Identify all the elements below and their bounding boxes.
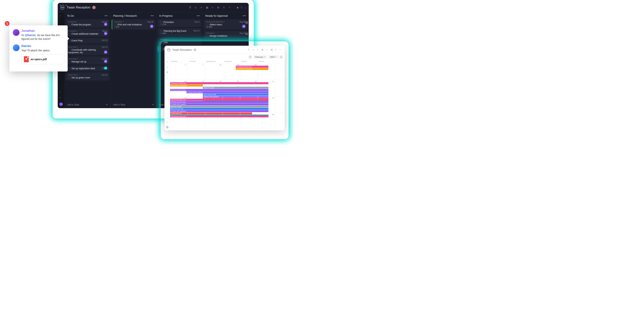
checkbox[interactable]: [160, 21, 162, 24]
calendar-event[interactable]: Set goals and objectives: [170, 85, 203, 87]
add-icon[interactable]: +: [228, 6, 231, 9]
assignee-avatar[interactable]: JJ: [150, 25, 154, 28]
task-card[interactable]: Set up registration deskOct 14SW: [66, 66, 109, 71]
attachment[interactable]: av-specs.pdf: [22, 54, 64, 64]
calendar-event[interactable]: Develop sponsorships: [170, 101, 268, 103]
eye-icon[interactable]: ◉: [237, 6, 238, 9]
column-menu-icon[interactable]: •••: [196, 14, 200, 18]
user-avatar[interactable]: [60, 103, 63, 106]
calendar-cell[interactable]: 30: [170, 63, 188, 80]
gantt-view-icon[interactable]: ≡: [257, 49, 260, 51]
task-card[interactable]: Event Prep >Set up green roomOct 14: [66, 72, 109, 81]
briefcase-icon[interactable]: ▱: [166, 76, 168, 78]
file-icon[interactable]: ⎘: [275, 49, 278, 51]
assignee-avatar[interactable]: JJ: [104, 23, 107, 26]
column-menu-icon[interactable]: •••: [104, 14, 108, 18]
mention[interactable]: @Darren: [24, 34, 36, 37]
checkbox[interactable]: [68, 61, 70, 63]
calendar-event[interactable]: Planning the Big Event: [170, 115, 268, 117]
app-logo[interactable]: PM: [167, 48, 170, 52]
project-avatar[interactable]: [92, 6, 96, 9]
add-sidebar-icon[interactable]: +: [60, 91, 63, 94]
board-view-icon[interactable]: ⫼: [252, 49, 255, 51]
home-icon[interactable]: ⌂: [60, 15, 63, 18]
calendar-event[interactable]: Book site and date: [170, 108, 268, 110]
avatar[interactable]: [13, 44, 20, 51]
task-card[interactable]: Promotion— 27%Nov 8: [158, 19, 201, 27]
calendar-event[interactable]: Contract with speakers: [170, 110, 268, 112]
calendar-cell[interactable]: 31: [188, 63, 205, 80]
refresh-icon[interactable]: ↻: [166, 61, 168, 63]
task-card[interactable]: Event Prep >Manage set upOct 14JJ: [66, 57, 109, 65]
board-view-icon[interactable]: ⫼: [194, 6, 197, 9]
message-text: Yep! I'll attach the specs: [22, 49, 64, 52]
calendar-event[interactable]: Planning the Big Event: [170, 99, 268, 101]
month-select[interactable]: February ▾: [253, 55, 267, 59]
add-icon[interactable]: +: [280, 49, 282, 51]
assignee-avatar[interactable]: JJ: [104, 60, 107, 63]
help-icon[interactable]: ?: [60, 97, 63, 100]
calendar-view-icon[interactable]: ⊞: [217, 6, 220, 9]
search-icon[interactable]: ⌕: [245, 6, 246, 9]
sheet-view-icon[interactable]: ▦: [262, 49, 264, 51]
people-icon[interactable]: ⚉: [166, 71, 168, 73]
list-view-icon[interactable]: ☰: [248, 49, 250, 51]
calendar-event[interactable]: Book site and date: [203, 94, 268, 96]
column-menu-icon[interactable]: •••: [150, 14, 154, 18]
checkbox[interactable]: [206, 35, 208, 37]
card-breadcrumb: Promotion >: [68, 30, 107, 32]
checkbox[interactable]: [68, 49, 70, 51]
task-card[interactable]: Promotion >Design invitationsAug 10✓: [204, 31, 247, 39]
clock-icon[interactable]: ◷: [166, 66, 168, 68]
add-task-button[interactable]: Add a Task+: [110, 101, 156, 108]
next-button[interactable]: ›: [280, 55, 283, 59]
calendar-event[interactable]: Contract with suppliers: [170, 103, 268, 105]
task-card[interactable]: Promotion >Print and mail invitations↑ 1…: [112, 19, 155, 30]
checkbox[interactable]: [68, 33, 70, 35]
home-icon[interactable]: ⌂: [166, 56, 168, 58]
project-badge[interactable]: TC: [194, 48, 196, 51]
card-date: Oct 14: [102, 74, 107, 76]
calendar-cell[interactable]: 01: [205, 63, 223, 80]
calendar-view-icon[interactable]: ⊞: [270, 49, 273, 51]
prev-button[interactable]: ‹: [248, 55, 252, 59]
activity-icon[interactable]: ∿: [266, 49, 268, 51]
filter-icon[interactable]: ▽: [241, 6, 242, 9]
help-icon[interactable]: ?: [167, 122, 168, 124]
checkbox[interactable]: [206, 24, 208, 26]
add-icon[interactable]: +: [167, 117, 168, 119]
assignee-avatar[interactable]: JJ: [242, 25, 246, 28]
year-select[interactable]: 2023 ▾: [268, 55, 278, 59]
calendar-event[interactable]: Contract with suppliers: [186, 91, 268, 93]
calendar-event[interactable]: Planning the Big Event: [170, 82, 268, 84]
task-card[interactable]: Event Prep >Coordinate with catering, eq…: [66, 45, 109, 55]
checkbox[interactable]: [114, 24, 116, 26]
checkbox[interactable]: [68, 77, 70, 79]
checkbox[interactable]: [68, 24, 70, 26]
activity-icon[interactable]: ∿: [211, 6, 214, 9]
sheet-view-icon[interactable]: ▦: [206, 6, 208, 9]
add-task-button[interactable]: Add a Task+: [64, 101, 110, 108]
avatar[interactable]: [13, 29, 20, 36]
task-card[interactable]: Promotion >Create additional materialsNo…: [66, 29, 109, 37]
calendar-event[interactable]: Develop sponsorships: [170, 89, 268, 91]
calendar-event[interactable]: Planning the Big Event: [236, 66, 268, 68]
notification-badge[interactable]: 1: [5, 21, 10, 26]
calendar-event[interactable]: Approve budget: [170, 106, 268, 108]
assignee-avatar[interactable]: JJ: [104, 50, 107, 54]
checkbox[interactable]: [68, 68, 70, 70]
task-card[interactable]: Planning the Big Event— 68%Sep 16: [158, 28, 201, 36]
calendar-event[interactable]: Set goals and objectives: [236, 68, 268, 70]
task-card[interactable]: Event PrepOct 14: [66, 38, 109, 44]
task-card[interactable]: Promotion >Create the programOct 13JJ: [66, 19, 109, 28]
list-view-icon[interactable]: ☰: [188, 6, 192, 9]
calendar-event[interactable]: Approve budget: [203, 87, 268, 89]
assignee-avatar[interactable]: JJ: [104, 32, 107, 35]
checkbox[interactable]: [160, 30, 162, 32]
column-menu-icon[interactable]: •••: [243, 14, 246, 18]
assignee-avatar[interactable]: SW: [104, 66, 107, 70]
gantt-view-icon[interactable]: ≡: [200, 6, 203, 9]
file-icon[interactable]: ⎘: [222, 6, 226, 9]
task-card[interactable]: Planning the Big Event >Select menu▼ 90%…: [204, 19, 247, 30]
user-avatar[interactable]: [166, 126, 168, 128]
